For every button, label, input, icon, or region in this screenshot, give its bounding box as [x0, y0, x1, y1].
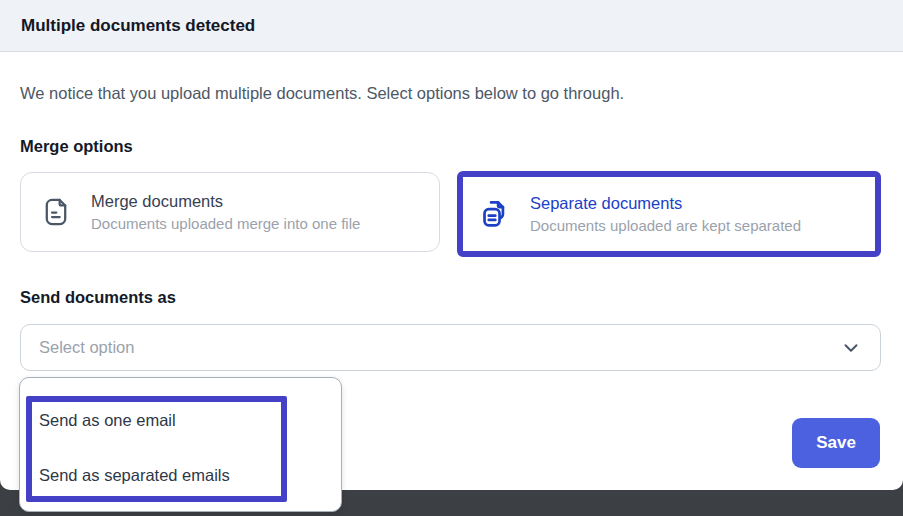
document-icon	[39, 195, 73, 229]
merge-options-heading: Merge options	[20, 137, 133, 156]
dialog-description: We notice that you upload multiple docum…	[20, 84, 880, 103]
chevron-down-icon	[840, 337, 862, 359]
separate-documents-card[interactable]: Separate documents Documents uploaded ar…	[457, 171, 881, 257]
separate-card-text: Separate documents Documents uploaded ar…	[530, 192, 801, 235]
dropdown-option-separated-emails[interactable]: Send as separated emails	[39, 466, 230, 485]
documents-stack-icon	[478, 197, 512, 231]
merge-card-subtitle: Documents uploaded merge into one file	[91, 213, 360, 234]
save-button[interactable]: Save	[792, 418, 880, 468]
send-documents-dropdown: Send as one email Send as separated emai…	[19, 377, 342, 512]
separate-card-subtitle: Documents uploaded are kept separated	[530, 215, 801, 236]
dropdown-option-one-email[interactable]: Send as one email	[39, 411, 176, 430]
dialog-header: Multiple documents detected	[0, 0, 903, 52]
screen: Multiple documents detected We notice th…	[0, 0, 903, 516]
select-placeholder: Select option	[39, 338, 840, 357]
separate-card-title: Separate documents	[530, 192, 801, 214]
send-documents-select[interactable]: Select option	[20, 324, 881, 371]
merge-card-text: Merge documents Documents uploaded merge…	[91, 190, 360, 233]
dialog-title: Multiple documents detected	[21, 16, 255, 36]
merge-documents-card[interactable]: Merge documents Documents uploaded merge…	[20, 172, 440, 252]
send-documents-heading: Send documents as	[20, 288, 176, 307]
merge-card-title: Merge documents	[91, 190, 360, 212]
